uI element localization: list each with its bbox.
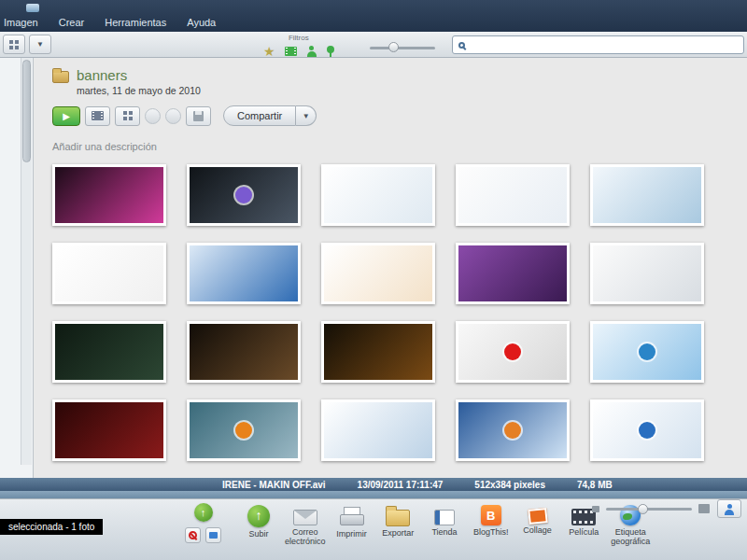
share-dropdown-button[interactable]: ▼ [296, 105, 317, 126]
person-icon [724, 504, 735, 515]
slideshow-play-button[interactable]: ▶ [52, 106, 80, 126]
action-shop-button[interactable]: Tienda [421, 505, 468, 547]
status-strip [0, 491, 747, 498]
thumbnail-eboostr-setup[interactable] [321, 164, 435, 226]
action-label: BlogThis! [473, 528, 509, 538]
play-icon: ▶ [63, 111, 70, 121]
thumbnail-desktop-theme[interactable] [187, 164, 301, 226]
folder-date: martes, 11 de mayo de 2010 [77, 85, 201, 96]
thumbnail-forum-page[interactable] [321, 243, 435, 304]
action-label: Tienda [431, 528, 457, 538]
geotag-filter-button[interactable] [327, 46, 334, 53]
thumbnail-google-search[interactable] [52, 243, 166, 304]
mail-icon [293, 510, 317, 525]
thumbnail-contact-sheet[interactable] [590, 243, 704, 304]
date-filter-slider[interactable] [370, 42, 435, 53]
folder-icon [52, 71, 69, 83]
menu-crear[interactable]: Crear [59, 17, 85, 28]
thumbnail-accent [235, 422, 252, 439]
tag-icon [209, 532, 218, 539]
thumbnail-dark-messiah[interactable] [187, 321, 301, 383]
action-label: Exportar [382, 529, 414, 539]
action-collage-button[interactable]: Collage [514, 505, 561, 547]
collage-button[interactable] [115, 106, 140, 126]
chevron-down-icon: ▼ [36, 40, 44, 49]
share-button[interactable]: Compartir [223, 105, 296, 126]
action-label: Imprimir [336, 530, 367, 539]
faces-filter-button[interactable] [306, 46, 317, 57]
movie-button[interactable] [85, 106, 110, 126]
rotate-button[interactable] [165, 108, 181, 124]
scrollbar-thumb[interactable] [22, 60, 31, 162]
print-icon [340, 507, 362, 527]
thumbnail-accent [639, 422, 655, 439]
slider-handle[interactable] [388, 42, 399, 52]
action-print-button[interactable]: Imprimir [329, 505, 375, 547]
thumbnail-firefox-page[interactable] [456, 399, 570, 461]
action-export-button[interactable]: Exportar [374, 505, 421, 547]
thumbnail-opera-page[interactable] [456, 321, 570, 383]
thumbnail-thunderbird-page[interactable] [590, 399, 704, 461]
thumbnail-proza-banner[interactable] [52, 164, 166, 226]
description-placeholder[interactable]: Añadir una descripción [52, 141, 730, 152]
thumbnail-grid [52, 164, 730, 461]
clear-selection-button[interactable] [185, 527, 201, 543]
sidebar [0, 58, 34, 478]
view-dropdown-button[interactable]: ▼ [29, 35, 51, 54]
export-icon [386, 510, 410, 526]
thumbnail-accent [639, 343, 655, 360]
zoom-slider[interactable] [606, 508, 692, 511]
action-label: Etiqueta geográfica [607, 528, 654, 547]
thumbnail-accent [504, 343, 521, 360]
action-blog-button[interactable]: BlogThis! [468, 505, 514, 547]
action-bar: SubirCorreo electrónicoImprimirExportarT… [235, 505, 654, 547]
thumbnail-byki-card[interactable] [590, 321, 704, 383]
shop-icon [434, 510, 455, 525]
folder-title[interactable]: banners [77, 67, 201, 83]
thumbnail-blue-docs[interactable] [321, 399, 435, 461]
thumbnail-accent [235, 187, 252, 203]
movie-filter-button[interactable] [285, 47, 297, 56]
action-label: Subir [248, 530, 268, 539]
thumbnail-image [190, 324, 298, 380]
people-button[interactable] [717, 499, 741, 518]
thumbnail-dark-gallery[interactable] [52, 321, 166, 383]
search-box [452, 35, 744, 54]
menu-imagen[interactable]: Imagen [4, 17, 38, 28]
action-upload-button[interactable]: Subir [235, 505, 282, 547]
upload-icon [247, 505, 270, 527]
save-button[interactable] [186, 106, 211, 126]
thumbnail-avg-installer[interactable] [456, 164, 570, 226]
thumbnail-image [324, 402, 432, 458]
filmstrip-icon [92, 111, 104, 120]
action-mail-button[interactable]: Correo electrónico [282, 505, 329, 547]
zoom-in-icon[interactable] [698, 504, 710, 513]
filters-group: Filtros [263, 34, 334, 58]
hold-selection-button[interactable]: ↑ [194, 503, 213, 522]
picasa-window: Imagen Crear Herramientas Ayuda ▼ Filtro… [0, 0, 747, 560]
thumbnail-zune-pages[interactable] [590, 164, 704, 226]
thumbnail-purple-cartoon[interactable] [456, 243, 570, 304]
zoom-slider-handle[interactable] [638, 504, 648, 514]
star-toggle-button[interactable] [145, 108, 161, 124]
star-filter-button[interactable] [263, 43, 275, 60]
menu-items: Imagen Crear Herramientas Ayuda [4, 17, 216, 28]
thumbnail-image [458, 167, 567, 223]
menu-ayuda[interactable]: Ayuda [187, 17, 216, 28]
add-tag-button[interactable] [205, 527, 221, 543]
thumbnail-blue-portal[interactable] [187, 243, 301, 304]
sidebar-scrollbar[interactable] [21, 58, 32, 465]
action-label: Correo electrónico [282, 528, 329, 547]
view-grid-button[interactable] [3, 35, 25, 54]
thumbnail-red-website[interactable] [52, 399, 166, 461]
zoom-out-icon[interactable] [592, 506, 599, 512]
thumbnail-vlc-photo[interactable] [187, 399, 301, 461]
thumbnail-image [458, 245, 567, 301]
menu-herramientas[interactable]: Herramientas [105, 17, 166, 28]
status-filesize: 74,8 MB [577, 480, 613, 490]
filters-icons [263, 44, 334, 58]
thumbnail-temple-game[interactable] [321, 321, 435, 383]
search-input[interactable] [472, 39, 738, 50]
tray-buttons: ↑ [185, 503, 221, 543]
selection-tooltip: seleccionada - 1 foto [0, 519, 103, 535]
